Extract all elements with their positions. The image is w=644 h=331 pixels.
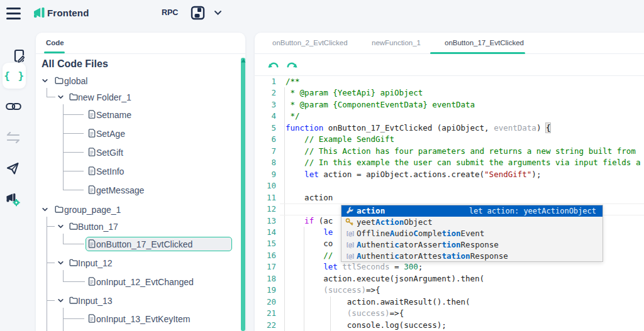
code-line-11: 11 action	[255, 192, 644, 203]
code-line-19: 19 (success)=>{	[255, 285, 644, 296]
code-line-7: 7 // This Action has four parameters and…	[255, 146, 644, 157]
tree-item-SetGift[interactable]: SetGift	[36, 144, 237, 160]
edit-code-icon[interactable]	[6, 49, 33, 63]
file-icon	[88, 129, 96, 138]
code-line-22: 22 console.log(success);	[255, 320, 644, 331]
tree-item-global[interactable]: global	[36, 72, 237, 89]
tree-item-Button-17[interactable]: Button_17	[36, 218, 237, 234]
tree-item-getMessage[interactable]: getMessage	[36, 182, 237, 198]
code-line-2: 2 * @param {YeetApi} apiObject	[255, 87, 644, 99]
tree-heading: All Code Files	[42, 58, 108, 70]
code-line-3: 3 * @param {ComponentEventData} eventDat…	[255, 99, 644, 111]
folder-icon	[69, 93, 78, 100]
file-icon	[88, 148, 96, 156]
editor-toolbar	[255, 54, 644, 76]
tree-item-SetInfo[interactable]: SetInfo	[36, 163, 237, 179]
file-icon	[88, 314, 96, 323]
scrollbar-up-arrow-icon[interactable]	[241, 58, 246, 63]
swap-arrows-icon[interactable]	[6, 132, 20, 143]
code-line-17: 17 let ttlSeconds = 300;	[255, 261, 644, 273]
save-icon[interactable]	[191, 6, 205, 20]
code-line-8: 8 // In this example the user can submit…	[255, 157, 644, 168]
autocomplete-item-4[interactable]: [@]AuthenticatorAttestationResponse	[341, 251, 602, 262]
chevron-down-icon[interactable]	[57, 259, 64, 266]
editor-tab-2[interactable]: onButton_17_EvtClicked	[445, 33, 524, 53]
key-icon	[345, 218, 353, 226]
wrench-icon	[346, 207, 354, 215]
code-editor[interactable]: 1/**2 * @param {YeetApi} apiObject3 * @p…	[255, 76, 644, 331]
folder-icon	[69, 296, 78, 304]
chevron-down-icon[interactable]	[42, 206, 48, 213]
sidebar-item-code[interactable]: { }	[3, 63, 26, 89]
code-line-5: 5function onButton_17_EvtClicked (apiObj…	[255, 122, 644, 134]
editor-tab-0[interactable]: onButton_2_EvtClicked	[272, 33, 348, 53]
autocomplete-item-3[interactable]: [@]AuthenticatorAssertionResponse	[341, 239, 602, 251]
undo-icon[interactable]	[268, 60, 279, 70]
folder-icon	[55, 77, 64, 84]
chevron-down-icon[interactable]	[57, 223, 64, 230]
send-icon[interactable]	[6, 161, 20, 176]
event-icon: [@]	[345, 241, 355, 248]
code-line-6: 6 // Example SendGift	[255, 134, 644, 145]
announce-settings-icon[interactable]	[5, 192, 21, 207]
file-icon	[88, 166, 96, 175]
code-line-1: 1/**	[255, 76, 644, 87]
code-files-panel: Code All Code Files globalnew Folder_1Se…	[36, 33, 245, 331]
tree-item-SetAge[interactable]: SetAge	[36, 125, 237, 141]
autocomplete-detail: let action: yeetActionObject	[469, 207, 596, 215]
code-line-20: 20 action.awaitResult().then(	[255, 296, 644, 308]
chevron-down-icon[interactable]	[214, 10, 222, 16]
menu-hamburger-icon[interactable]	[6, 8, 21, 19]
autocomplete-popup: action let action: yeetActionObject yeet…	[341, 205, 603, 262]
code-line-21: 21 (success)=>{	[255, 308, 644, 319]
left-panel-tabbar: Code	[36, 33, 245, 54]
tab-code[interactable]: Code	[46, 33, 64, 53]
file-icon	[88, 277, 96, 286]
tree-item-onInput-13-EvtKeyItem[interactable]: onInput_13_EvtKeyItem	[36, 310, 237, 327]
link-icon[interactable]	[6, 100, 21, 112]
tab-code-underline	[44, 52, 65, 53]
braces-icon: { }	[3, 70, 25, 82]
chevron-down-icon[interactable]	[57, 297, 64, 304]
folder-icon	[69, 222, 78, 230]
rpc-label[interactable]: RPC	[162, 8, 178, 17]
tree-item-Input-12[interactable]: Input_12	[36, 254, 237, 271]
event-icon: [@]	[345, 252, 355, 259]
tree-item-onInput-12-EvtChanged[interactable]: onInput_12_EvtChanged	[36, 273, 237, 290]
autocomplete-item-selected[interactable]: action let action: yeetActionObject	[341, 205, 602, 217]
folder-icon	[55, 205, 64, 213]
file-icon	[88, 185, 96, 194]
file-icon	[88, 110, 96, 119]
redo-icon[interactable]	[286, 60, 297, 70]
tree-item-new-Folder-1[interactable]: new Folder_1	[36, 89, 237, 105]
chevron-down-icon[interactable]	[57, 94, 64, 100]
editor-panel: onButton_2_EvtClickednewFunction_1onButt…	[255, 33, 644, 331]
tree-item-onButton-17-EvtClicked[interactable]: onButton_17_EvtClicked	[36, 236, 237, 252]
tree-item-Setname[interactable]: Setname	[36, 106, 237, 122]
tree-item-group-page-1[interactable]: group_page_1	[36, 201, 237, 217]
folder-icon	[69, 259, 78, 266]
editor-tab-1[interactable]: newFunction_1	[372, 33, 421, 53]
chevron-down-icon[interactable]	[42, 77, 48, 84]
autocomplete-item-2[interactable]: [@]OfflineAudioCompletionEvent	[341, 228, 602, 239]
tree-item-Input-13[interactable]: Input_13	[36, 292, 237, 308]
code-line-4: 4 */	[255, 111, 644, 122]
autocomplete-item-1[interactable]: yeetActionObject	[341, 217, 602, 228]
event-icon: [@]	[345, 230, 355, 237]
app-logo-megaphone-icon	[33, 6, 46, 19]
editor-tabbar: onButton_2_EvtClickednewFunction_1onButt…	[255, 33, 644, 54]
app-title: Frontend	[47, 8, 89, 18]
code-line-9: 9 let action = apiObject.actions.create(…	[255, 169, 644, 180]
code-line-18: 18 action.execute(jsonArgument).then(	[255, 273, 644, 285]
tree-scrollbar[interactable]	[241, 58, 245, 331]
code-line-10: 10	[255, 180, 644, 192]
file-icon	[88, 239, 96, 248]
